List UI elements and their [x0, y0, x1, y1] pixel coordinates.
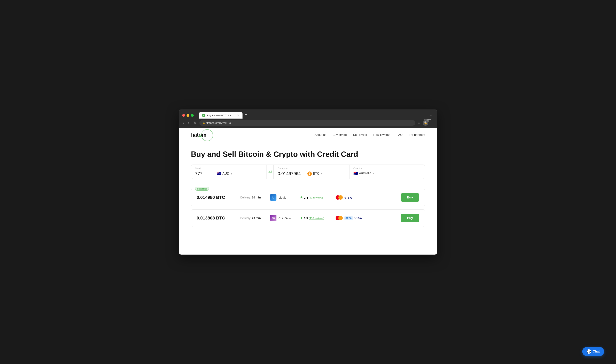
- site-navigation: fiatom About us Buy crypto Sell crypto H…: [179, 128, 437, 142]
- result-1-provider-name: Liquid: [278, 196, 286, 199]
- new-tab-button[interactable]: +: [243, 112, 249, 118]
- nav-links: About us Buy crypto Sell crypto How it w…: [315, 133, 425, 137]
- sepa-logo: SEPA: [344, 216, 353, 220]
- get-currency-selector[interactable]: ₿ BTC ▼: [307, 171, 323, 176]
- mastercard-logo-2: [336, 216, 343, 220]
- traffic-lights: [182, 114, 194, 117]
- tab-close-button[interactable]: ✕: [237, 114, 239, 117]
- swap-button[interactable]: ⇄: [267, 165, 274, 179]
- minimize-button[interactable]: [187, 114, 189, 117]
- result-1-score: 2.4: [304, 196, 308, 199]
- get-section: Get up to ₿ BTC ▼: [274, 165, 349, 179]
- visa-logo-2: VISA: [355, 217, 362, 220]
- result-card-2: 0.013808 BTC Delivery: 20 min CG CoinGat…: [191, 209, 425, 227]
- country-chevron-icon: ▼: [372, 172, 375, 175]
- mastercard-logo: [336, 195, 343, 200]
- coingate-logo: CG: [270, 215, 276, 221]
- hero-section: Buy and Sell Bitcoin & Crypto with Credi…: [179, 142, 437, 189]
- country-selector[interactable]: 🇦🇺 Australia ▼: [354, 171, 375, 175]
- page-title: Buy and Sell Bitcoin & Crypto with Credi…: [191, 150, 425, 159]
- send-currency-selector[interactable]: 🇦🇺 AUD ▼: [217, 171, 233, 176]
- lock-icon: 🔒: [202, 121, 205, 124]
- result-1-amount: 0.014980 BTC: [197, 195, 236, 200]
- country-flag: 🇦🇺: [354, 171, 358, 175]
- tab-title: Buy Bitcoin (BTC) Instantly | Fi: [207, 114, 235, 117]
- bookmark-icon[interactable]: ☆: [418, 121, 420, 125]
- buy-button-2[interactable]: Buy: [401, 214, 419, 222]
- send-amount-input[interactable]: [195, 171, 215, 176]
- result-2-rating: ★ 3.9 (410 reviews): [300, 216, 332, 220]
- url-input[interactable]: 🔒 fiatom.io/buy?=BTC: [199, 120, 415, 126]
- star-icon-2: ★: [300, 216, 303, 220]
- best-rate-badge: Best Rate: [195, 187, 209, 191]
- nav-faq[interactable]: FAQ: [397, 133, 402, 136]
- result-card-1: Best Rate 0.014980 BTC Delivery: 20 min …: [191, 189, 425, 206]
- result-1-delivery: Delivery: 20 min: [240, 196, 266, 199]
- result-2-provider: CG CoinGate: [270, 215, 296, 221]
- incognito-badge[interactable]: 🕵 Incognito (2): [423, 120, 428, 126]
- chat-label: Chat: [593, 350, 600, 353]
- result-1-payment-methods: VISA: [336, 195, 367, 200]
- result-1-provider: L Liquid: [270, 194, 296, 201]
- result-2-delivery-time: 20 min: [252, 217, 260, 220]
- send-flag: 🇦🇺: [217, 171, 221, 176]
- send-currency-chevron-icon: ▼: [230, 172, 233, 175]
- get-amount-input[interactable]: [278, 171, 305, 176]
- liquid-logo: L: [270, 194, 276, 201]
- nav-sell-crypto[interactable]: Sell crypto: [353, 133, 367, 136]
- send-section: Send 🇦🇺 AUD ▼: [191, 165, 267, 179]
- nav-for-partners[interactable]: For partners: [409, 133, 425, 136]
- converter-widget: Send 🇦🇺 AUD ▼ ⇄ Get up to: [191, 165, 425, 179]
- active-tab[interactable]: F Buy Bitcoin (BTC) Instantly | Fi ✕: [199, 112, 243, 118]
- btc-icon: ₿: [307, 171, 312, 176]
- tab-chevron-icon[interactable]: ⌄: [430, 113, 434, 118]
- result-2-reviews[interactable]: (410 reviews): [309, 217, 324, 220]
- logo[interactable]: fiatom: [191, 132, 206, 138]
- maximize-button[interactable]: [191, 114, 194, 117]
- mc-right-circle: [338, 195, 343, 200]
- chat-icon: 💬: [587, 349, 591, 354]
- url-text: fiatom.io/buy?=BTC: [206, 121, 231, 125]
- get-currency-text: BTC: [313, 172, 319, 175]
- nav-about-us[interactable]: About us: [315, 133, 326, 136]
- visa-logo: VISA: [344, 196, 352, 199]
- result-1-reviews[interactable]: (61 reviews): [309, 196, 323, 199]
- get-label: Get up to: [278, 167, 345, 170]
- result-2-provider-name: CoinGate: [278, 217, 291, 220]
- result-2-payment-methods: SEPA VISA: [336, 216, 367, 220]
- country-section: Country 🇦🇺 Australia ▼: [349, 165, 425, 179]
- result-2-delivery: Delivery: 20 min: [240, 217, 266, 220]
- nav-how-it-works[interactable]: How it works: [373, 133, 390, 136]
- reload-button[interactable]: ↻: [192, 120, 197, 126]
- forward-button[interactable]: ›: [187, 120, 190, 126]
- result-2-score: 3.9: [304, 217, 308, 220]
- tab-favicon: F: [202, 114, 205, 117]
- result-2-amount: 0.013808 BTC: [197, 216, 236, 221]
- result-1-rating: ★ 2.4 (61 reviews): [300, 195, 332, 200]
- address-bar: ‹ › ↻ 🔒 fiatom.io/buy?=BTC ☆ 🕵 Incognito…: [179, 118, 437, 128]
- buy-button-1[interactable]: Buy: [401, 193, 419, 202]
- chat-button[interactable]: 💬 Chat: [582, 347, 604, 356]
- nav-buy-crypto[interactable]: Buy crypto: [333, 133, 347, 136]
- send-currency-text: AUD: [222, 172, 229, 175]
- star-icon: ★: [300, 195, 303, 200]
- mc-right-circle-2: [338, 216, 343, 220]
- close-button[interactable]: [182, 114, 185, 117]
- results-section: Best Rate 0.014980 BTC Delivery: 20 min …: [179, 189, 437, 238]
- get-currency-chevron-icon: ▼: [320, 172, 323, 175]
- logo-text: fiatom: [191, 132, 206, 138]
- back-button[interactable]: ‹: [182, 120, 185, 126]
- country-label: Country: [354, 167, 421, 170]
- send-label: Send: [195, 167, 262, 170]
- incognito-count: Incognito (2): [426, 119, 429, 122]
- chat-bubble-icon: 💬: [587, 350, 591, 353]
- country-text: Australia: [359, 171, 371, 175]
- result-1-delivery-time: 20 min: [252, 196, 260, 199]
